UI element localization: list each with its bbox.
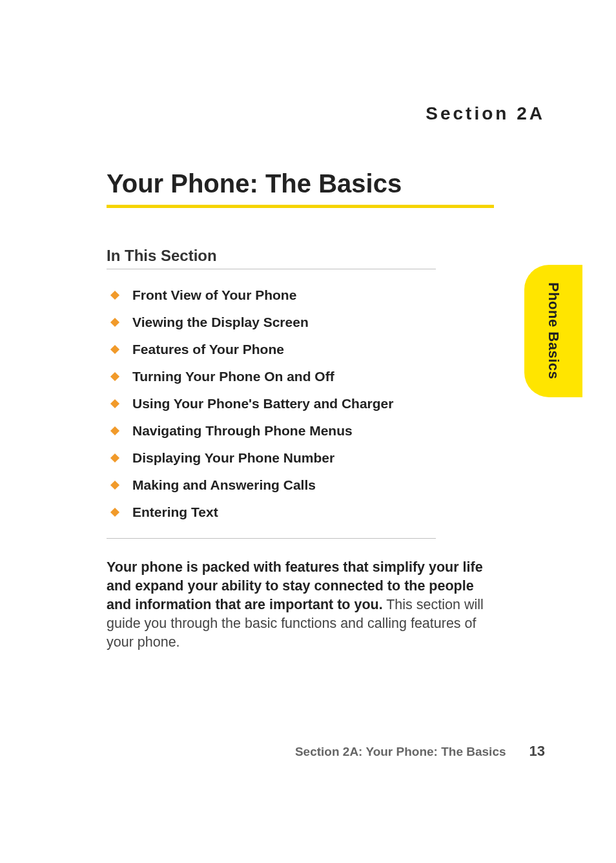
- side-tab: Phone Basics: [524, 265, 582, 397]
- diamond-bullet-icon: [110, 345, 119, 354]
- toc-item-label: Viewing the Display Screen: [132, 315, 309, 330]
- page-footer: Section 2A: Your Phone: The Basics 13: [107, 743, 545, 760]
- list-item: Features of Your Phone: [112, 342, 494, 357]
- toc-item-label: Using Your Phone's Battery and Charger: [132, 396, 393, 411]
- footer-section-title: Section 2A: Your Phone: The Basics: [295, 745, 506, 759]
- list-item: Displaying Your Phone Number: [112, 450, 494, 466]
- diamond-bullet-icon: [110, 399, 119, 408]
- toc-item-label: Front View of Your Phone: [132, 287, 296, 303]
- toc-list: Front View of Your Phone Viewing the Dis…: [112, 287, 494, 520]
- diamond-bullet-icon: [110, 318, 119, 327]
- list-item: Making and Answering Calls: [112, 477, 494, 493]
- list-item: Turning Your Phone On and Off: [112, 369, 494, 384]
- document-page: Section 2A Your Phone: The Basics In Thi…: [0, 0, 616, 863]
- diamond-bullet-icon: [110, 453, 119, 463]
- diamond-bullet-icon: [110, 481, 119, 490]
- side-tab-label: Phone Basics: [545, 282, 562, 379]
- list-item: Front View of Your Phone: [112, 287, 494, 303]
- section-label: Section 2A: [107, 103, 545, 124]
- toc-item-label: Entering Text: [132, 504, 218, 520]
- toc-item-label: Features of Your Phone: [132, 342, 284, 357]
- list-item: Entering Text: [112, 504, 494, 520]
- in-this-section-heading: In This Section: [107, 247, 436, 269]
- diamond-bullet-icon: [110, 372, 119, 381]
- toc-item-label: Navigating Through Phone Menus: [132, 423, 353, 439]
- list-item: Using Your Phone's Battery and Charger: [112, 396, 494, 411]
- list-item: Viewing the Display Screen: [112, 315, 494, 330]
- list-item: Navigating Through Phone Menus: [112, 423, 494, 439]
- toc-item-label: Turning Your Phone On and Off: [132, 369, 334, 384]
- toc-item-label: Making and Answering Calls: [132, 477, 316, 493]
- footer-page-number: 13: [529, 743, 545, 760]
- divider: [107, 538, 436, 539]
- body-paragraph: Your phone is packed with features that …: [107, 558, 494, 652]
- page-title: Your Phone: The Basics: [107, 169, 494, 198]
- diamond-bullet-icon: [110, 508, 119, 517]
- diamond-bullet-icon: [110, 291, 119, 300]
- toc-item-label: Displaying Your Phone Number: [132, 450, 334, 466]
- title-rule: [107, 205, 494, 208]
- diamond-bullet-icon: [110, 426, 119, 435]
- content-block: Your Phone: The Basics In This Section F…: [107, 169, 494, 652]
